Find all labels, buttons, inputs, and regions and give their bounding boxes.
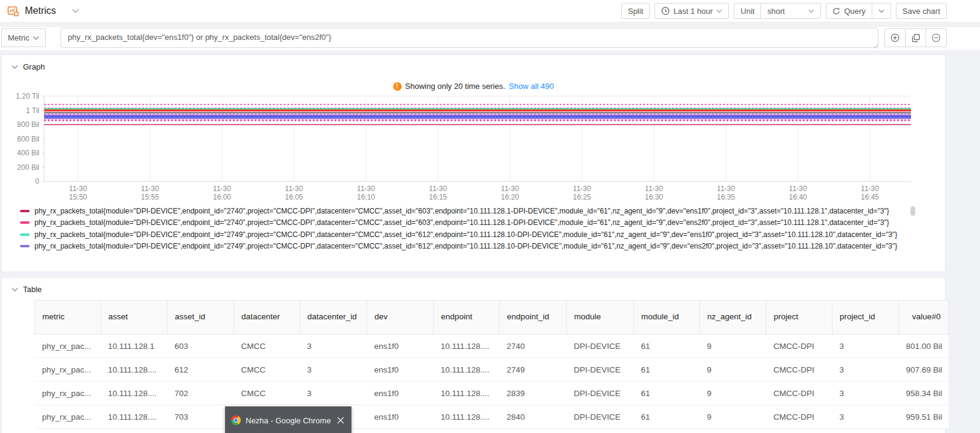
unit-label: Unit <box>734 3 761 19</box>
table-cell: 9 <box>700 334 766 358</box>
clock-icon <box>661 7 670 15</box>
table-row: phy_rx_pac...10.111.128....702CMCC3ens1f… <box>35 382 949 405</box>
table-cell: 3 <box>300 334 367 358</box>
unit-control: Unit short <box>734 3 821 19</box>
query-button-label: Query <box>844 7 865 16</box>
column-header-project: project <box>766 301 832 334</box>
page-title: Metrics <box>25 5 56 16</box>
column-header-asset: asset <box>101 301 168 334</box>
column-header-datacenter-id: datacenter_id <box>300 301 367 334</box>
column-header-dev: dev <box>367 301 434 334</box>
table-cell: CMCC-DPI <box>766 334 832 358</box>
legend-color-swatch <box>20 245 30 247</box>
table-cell: 10.111.128.... <box>434 382 500 405</box>
legend-scrollbar-thumb[interactable] <box>910 206 915 216</box>
table-cell: CMCC <box>234 358 300 382</box>
column-header-asset-id: asset_id <box>168 301 234 334</box>
chevron-down-icon <box>716 9 722 13</box>
column-header-endpoint-id: endpoint_id <box>500 301 567 334</box>
x-tick-label: 11-3016:25 <box>573 184 591 201</box>
table-cell: ens1f0 <box>367 358 434 382</box>
y-tick-label: 400 Bil <box>17 149 39 157</box>
show-all-link[interactable]: Show all 490 <box>509 82 554 91</box>
x-tick-label: 11-3016:35 <box>717 184 735 201</box>
column-header-project-id: project_id <box>832 301 899 334</box>
table-cell: 2839 <box>500 382 567 405</box>
split-button[interactable]: Split <box>621 3 650 19</box>
table-cell: CMCC-DPI <box>766 405 832 429</box>
column-header-module: module <box>567 301 634 334</box>
column-header-datacenter: datacenter <box>234 301 300 334</box>
table-cell: ens1f0 <box>367 334 434 358</box>
table-cell: 3 <box>832 382 899 405</box>
unit-select[interactable]: short <box>760 3 821 19</box>
column-header-value-0: value#0 <box>899 301 949 334</box>
collapse-chevron-icon <box>11 65 18 70</box>
save-chart-button[interactable]: Save chart <box>896 3 947 19</box>
time-range-value: Last 1 hour <box>673 7 713 16</box>
close-icon[interactable] <box>336 415 345 425</box>
legend-color-swatch <box>20 221 30 224</box>
graph-section-toggle[interactable]: Graph <box>11 62 45 71</box>
legend-item[interactable]: phy_rx_packets_total{module="DPI-DEVICE"… <box>20 217 914 229</box>
legend-label: phy_rx_packets_total{module="DPI-DEVICE"… <box>34 242 897 250</box>
table-cell: 61 <box>634 405 700 429</box>
copy-icon <box>912 34 920 42</box>
query-dropdown-button[interactable] <box>872 3 891 19</box>
table-panel: Table metricassetasset_iddatacenterdatac… <box>1 277 946 433</box>
add-query-button[interactable] <box>884 28 906 47</box>
legend-label: phy_rx_packets_total{module="DPI-DEVICE"… <box>34 218 889 227</box>
y-tick-label: 1 Til <box>26 106 39 115</box>
series-limit-warning: ! Showing only 20 time series. Show all … <box>2 82 945 91</box>
page-title-group[interactable]: Metrics <box>7 5 79 17</box>
table-section-toggle[interactable]: Table <box>11 285 42 294</box>
warning-text: Showing only 20 time series. <box>405 82 505 91</box>
x-tick-label: 11-3015:50 <box>69 184 87 201</box>
table-cell: 612 <box>168 358 234 382</box>
time-range-button[interactable]: Last 1 hour <box>655 3 729 19</box>
table-cell: 3 <box>300 382 367 405</box>
x-tick-label: 11-3016:30 <box>645 184 663 201</box>
legend-item[interactable]: phy_rx_packets_total{module="DPI-DEVICE"… <box>20 241 914 253</box>
query-button[interactable]: Query <box>826 3 872 19</box>
top-bar: Metrics Split Last 1 hour Unit short <box>0 0 980 22</box>
table-cell: 10.111.128.... <box>101 358 168 382</box>
table-cell: 959.51 Bil <box>899 405 949 429</box>
table-cell: 9 <box>700 405 766 429</box>
y-tick-label: 0 <box>35 177 39 186</box>
table-cell: DPI-DEVICE <box>567 358 634 382</box>
minus-circle-icon <box>932 33 941 42</box>
table-cell: 3 <box>832 358 899 382</box>
duplicate-query-button[interactable] <box>905 28 926 47</box>
column-header-nz-agent-id: nz_agent_id <box>700 301 766 334</box>
chevron-down-icon <box>33 36 39 41</box>
x-tick-label: 11-3016:10 <box>357 184 375 201</box>
title-chevron-down-icon[interactable] <box>72 8 79 13</box>
chevron-down-icon <box>808 9 814 13</box>
remove-query-button[interactable] <box>926 28 947 47</box>
legend-item[interactable]: phy_rx_packets_total{module="DPI-DEVICE"… <box>20 205 914 217</box>
table-cell: 3 <box>832 334 899 358</box>
chart-legend: phy_rx_packets_total{module="DPI-DEVICE"… <box>20 205 914 255</box>
metrics-table: metricassetasset_iddatacenterdatacenter_… <box>34 300 949 429</box>
chrome-icon <box>231 415 241 425</box>
table-section-title: Table <box>23 285 42 294</box>
table-cell: phy_rx_pac... <box>35 382 101 405</box>
x-tick-label: 11-3016:00 <box>213 184 231 201</box>
query-row: Metric phy_rx_packets_total{dev="ens1f0"… <box>0 27 980 50</box>
metric-type-select[interactable]: Metric <box>1 28 46 47</box>
window-title: Nezha - Google Chrome <box>246 416 331 425</box>
x-tick-label: 11-3016:40 <box>789 184 807 201</box>
taskbar-window-preview[interactable]: Nezha - Google Chrome <box>225 406 351 433</box>
table-cell: 10.111.128.1 <box>101 334 168 358</box>
query-control: Query <box>826 3 890 19</box>
toolbar: Split Last 1 hour Unit short Query <box>621 3 947 19</box>
table-cell: 61 <box>634 334 700 358</box>
table-cell: phy_rx_pac... <box>35 358 101 382</box>
legend-label: phy_rx_packets_total{module="DPI-DEVICE"… <box>34 207 889 215</box>
collapse-chevron-icon <box>11 287 18 292</box>
metrics-chart: 11-3015:5011-3015:5511-3016:0011-3016:05… <box>2 91 945 204</box>
query-expression-input[interactable]: phy_rx_packets_total{dev="ens1f0"} or ph… <box>60 28 878 48</box>
legend-item[interactable]: phy_rx_packets_total{module="DPI-DEVICE"… <box>20 229 914 241</box>
legend-color-swatch <box>20 233 30 236</box>
